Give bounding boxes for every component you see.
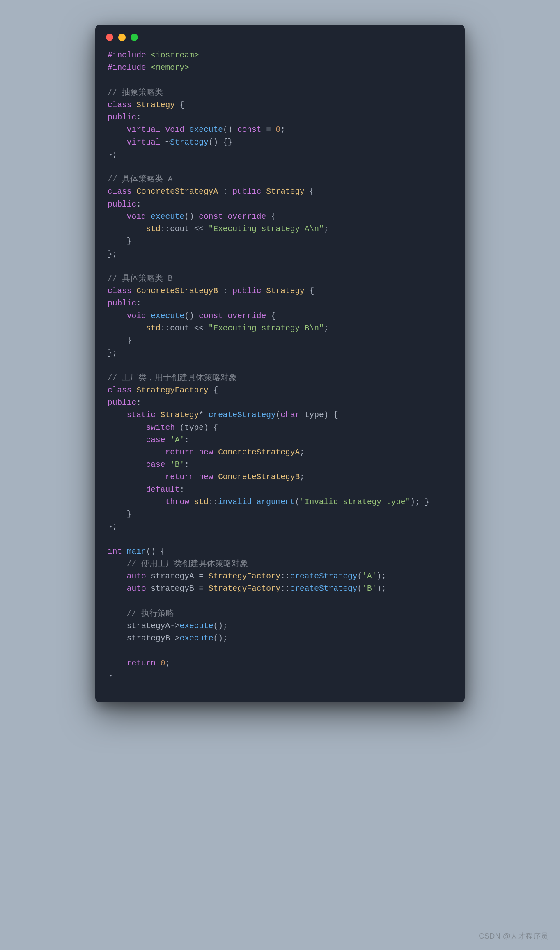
code-token: ; <box>324 324 329 333</box>
code-token: (); <box>213 622 227 631</box>
code-token: = <box>262 125 276 134</box>
code-token <box>132 187 137 196</box>
code-token: * <box>199 411 208 420</box>
code-line: } <box>108 670 452 682</box>
code-token: :: <box>280 572 290 581</box>
code-token: { <box>266 212 275 221</box>
code-token: createStrategy <box>209 411 276 420</box>
code-line: case 'B': <box>108 459 452 471</box>
code-line: int main() { <box>108 546 452 558</box>
code-token: createStrategy <box>290 572 358 581</box>
code-token: static <box>127 411 156 420</box>
code-token: StrategyFactory <box>136 386 209 395</box>
code-token: <iostream> <box>151 51 199 60</box>
code-block: #include <iostream>#include <memory> // … <box>95 45 465 702</box>
minimize-icon[interactable] <box>118 34 126 41</box>
code-token: "Invalid strategy type" <box>300 498 410 507</box>
code-token: auto <box>127 572 146 581</box>
code-token: }; <box>108 349 117 358</box>
code-token: ConcreteStrategyA <box>218 448 300 457</box>
code-token: }; <box>108 522 117 531</box>
code-token: public <box>232 187 261 196</box>
code-token: 'A' <box>362 572 376 581</box>
code-line: public: <box>108 198 452 211</box>
code-token: public <box>108 200 136 209</box>
code-line: void execute() const override { <box>108 211 452 223</box>
code-token: void <box>165 125 184 134</box>
code-token: // 工厂类，用于创建具体策略对象 <box>108 374 237 383</box>
code-token <box>108 138 127 147</box>
code-token: (type) { <box>175 423 218 432</box>
code-token: class <box>108 386 132 395</box>
close-icon[interactable] <box>106 34 113 41</box>
maximize-icon[interactable] <box>131 34 138 41</box>
code-token <box>223 312 228 321</box>
code-token: } <box>108 336 132 345</box>
code-token: case <box>146 460 165 469</box>
code-token <box>146 312 151 321</box>
code-token: strategyB = <box>146 584 209 593</box>
code-token <box>108 584 127 593</box>
code-token: (); <box>213 634 227 643</box>
code-token: 0 <box>161 659 165 668</box>
code-line: // 执行策略 <box>108 608 452 620</box>
code-token: ; <box>324 225 329 234</box>
code-token: () {} <box>209 138 233 147</box>
code-token: execute <box>189 125 223 134</box>
code-line: return new ConcreteStrategyA; <box>108 446 452 459</box>
code-token: : <box>136 398 141 407</box>
code-token <box>108 411 127 420</box>
code-line <box>108 645 452 657</box>
code-token <box>213 473 218 482</box>
code-token: : <box>184 460 189 469</box>
code-token: 'A' <box>170 436 184 445</box>
code-token: ConcreteStrategyA <box>136 187 218 196</box>
code-line: class ConcreteStrategyA : public Strateg… <box>108 186 452 198</box>
code-token: ( <box>276 411 281 420</box>
code-token: : <box>180 485 185 494</box>
code-token: ; <box>300 448 305 457</box>
code-token: case <box>146 436 165 445</box>
code-token <box>108 659 127 668</box>
code-token <box>108 572 127 581</box>
code-token <box>108 324 146 333</box>
code-line: // 具体策略类 B <box>108 273 452 285</box>
code-token: Strategy <box>266 287 305 296</box>
code-line: strategyA->execute(); <box>108 620 452 632</box>
code-token: { <box>175 101 184 110</box>
code-token: () <box>223 125 237 134</box>
code-token: virtual <box>127 125 161 134</box>
code-token: auto <box>127 584 146 593</box>
code-token <box>108 473 165 482</box>
code-token <box>132 287 137 296</box>
code-token: :: <box>280 584 290 593</box>
code-token: switch <box>146 423 175 432</box>
code-token: char <box>280 411 300 420</box>
code-token: 'B' <box>170 460 184 469</box>
code-line: switch (type) { <box>108 422 452 434</box>
code-token: default <box>146 485 180 494</box>
code-line: auto strategyA = StrategyFactory::create… <box>108 570 452 583</box>
code-token: execute <box>151 212 184 221</box>
code-token: ; <box>300 473 305 482</box>
code-token: // 执行策略 <box>127 609 174 618</box>
code-token <box>194 473 199 482</box>
code-token: }; <box>108 250 117 259</box>
code-line: case 'A': <box>108 434 452 446</box>
code-token: Strategy <box>266 187 305 196</box>
code-token: ( <box>295 498 300 507</box>
code-token <box>108 436 146 445</box>
code-token <box>108 225 146 234</box>
code-line: default: <box>108 484 452 496</box>
code-token: execute <box>151 312 184 321</box>
code-token: throw <box>165 498 189 507</box>
code-token: #include <box>108 51 146 60</box>
code-token <box>184 125 189 134</box>
code-token: public <box>232 287 261 296</box>
code-line: }; <box>108 521 452 533</box>
code-line: auto strategyB = StrategyFactory::create… <box>108 583 452 595</box>
code-token: // 抽象策略类 <box>108 88 163 97</box>
window-titlebar <box>95 25 465 45</box>
code-line: class StrategyFactory { <box>108 384 452 397</box>
code-token: ConcreteStrategyB <box>218 473 300 482</box>
